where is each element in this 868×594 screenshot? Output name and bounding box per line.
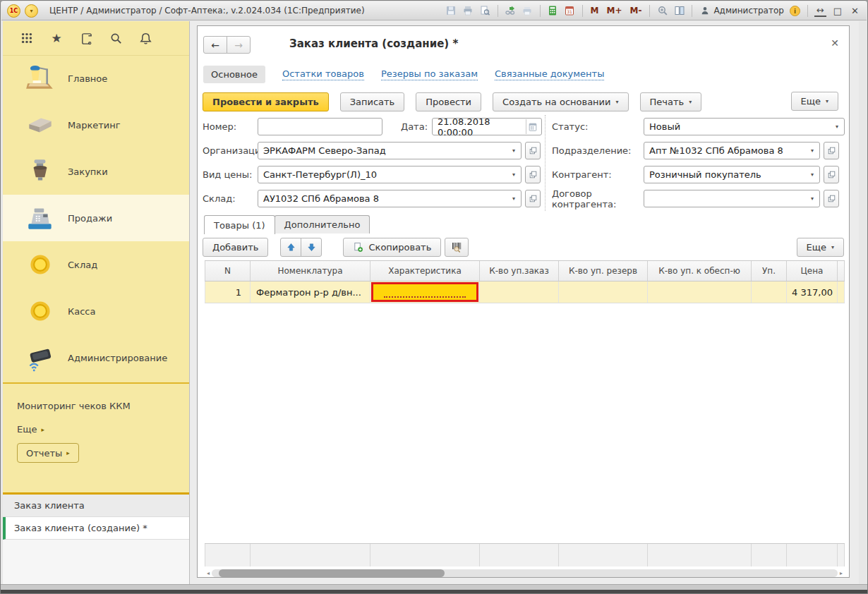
scroll-right-icon[interactable]: ▸ [838, 570, 845, 576]
cell-qty-reserve[interactable] [559, 281, 648, 303]
price-type-select[interactable]: Санкт-Петербург(Л)_10 ▾ [258, 166, 522, 183]
close-window-icon[interactable]: ✕ [849, 6, 861, 16]
column-header-nomenclature[interactable]: Номенклатура [251, 261, 370, 281]
date-input[interactable]: 21.08.2018 0:00:00 [432, 118, 542, 135]
get-link-icon[interactable] [505, 5, 517, 17]
calculator-icon[interactable] [547, 5, 559, 17]
column-header-characteristic[interactable]: Характеристика [370, 261, 480, 281]
calendar-picker-icon[interactable] [526, 119, 540, 134]
sidebar-item-kassa[interactable]: Касса [3, 288, 189, 334]
sidebar-item-zakupki[interactable]: Закупки [3, 148, 189, 195]
dock-resize-icon[interactable]: ↔ [814, 5, 826, 17]
sidebar-item-label: Склад [68, 260, 97, 270]
search-icon[interactable] [109, 31, 123, 45]
cell-qty-supply[interactable] [648, 281, 752, 303]
memory-plus-button[interactable]: M+ [605, 6, 623, 16]
tab-svyazannye-dokumenty[interactable]: Связанные документы [495, 68, 604, 80]
print-document-icon[interactable] [522, 5, 534, 17]
print-button[interactable]: Печать▾ [640, 92, 702, 111]
sidebar-item-administrirovanie[interactable]: Администрирование [3, 334, 189, 381]
more-button-document[interactable]: Еще▾ [791, 92, 838, 111]
post-button[interactable]: Провести [416, 92, 481, 111]
write-button[interactable]: Записать [340, 92, 405, 111]
split-window-icon[interactable] [673, 5, 685, 17]
close-document-icon[interactable]: ✕ [831, 37, 839, 49]
back-button[interactable]: ← [203, 36, 227, 54]
price-type-open-button[interactable] [525, 166, 541, 183]
memory-minus-button[interactable]: M- [628, 6, 643, 16]
barcode-search-button[interactable] [445, 238, 469, 257]
cell-price[interactable]: 4 317,00 [787, 281, 838, 303]
tab-tovary[interactable]: Товары (1) [204, 215, 275, 234]
department-open-button[interactable] [824, 142, 839, 159]
contract-open-button[interactable] [824, 190, 839, 207]
scrollbar-track[interactable] [212, 569, 838, 577]
desk-lamp-icon [24, 62, 56, 95]
1c-logo-icon[interactable]: 1С [7, 4, 20, 18]
tab-osnovnoe[interactable]: Основное [203, 66, 265, 83]
horizontal-scrollbar[interactable]: ◂ ▸ [205, 569, 845, 578]
department-select[interactable]: Апт №1032 СПб Абрамова 8 ▾ [644, 142, 820, 159]
forward-button[interactable]: → [227, 36, 251, 54]
post-and-close-button[interactable]: Провести и закрыть [203, 92, 329, 111]
maximize-icon[interactable]: □ [831, 6, 844, 16]
purchases-icon [24, 155, 56, 188]
sidebar-item-sklad[interactable]: Склад [3, 241, 189, 288]
column-header-qty-reserve[interactable]: К-во уп. резерв [559, 261, 648, 281]
add-row-button[interactable]: Добавить [203, 238, 268, 257]
create-on-basis-button[interactable]: Создать на основании▾ [493, 92, 628, 111]
status-select[interactable]: Новый ▾ [644, 118, 845, 135]
print-icon[interactable] [462, 5, 474, 17]
column-header-price[interactable]: Цена [787, 261, 838, 281]
chevron-down-icon: ▾ [807, 147, 818, 154]
notifications-bell-icon[interactable] [138, 31, 152, 45]
move-up-button[interactable] [280, 238, 301, 257]
column-header-qty-order[interactable]: К-во уп.заказ [480, 261, 559, 281]
menu-grid-icon[interactable] [20, 31, 34, 45]
sidebar-item-prodazhi[interactable]: Продажи [3, 195, 189, 241]
tab-dopolnitelno[interactable]: Дополнительно [275, 215, 370, 234]
tab-rezervy-po-zakazam[interactable]: Резервы по заказам [381, 68, 478, 80]
tab-ostatki-tovarov[interactable]: Остатки товаров [282, 68, 364, 80]
history-icon[interactable] [79, 31, 93, 45]
sidebar-item-glavnoe[interactable]: Главное [3, 55, 189, 102]
cell-characteristic-selected[interactable] [370, 281, 480, 303]
column-header-qty-supply[interactable]: К-во уп. к обесп-ю [648, 261, 752, 281]
cell-n[interactable]: 1 [205, 281, 251, 303]
print-preview-icon[interactable] [479, 5, 491, 17]
zoom-icon[interactable] [656, 5, 668, 17]
sidebar-item-marketing[interactable]: Маркетинг [3, 102, 189, 148]
number-input[interactable] [258, 118, 382, 135]
sidebar-link-monitoring[interactable]: Мониторинг чеков ККМ [17, 401, 131, 411]
save-icon[interactable] [445, 5, 457, 17]
organization-select[interactable]: ЭРКАФАРМ Северо-Запад ▾ [258, 142, 522, 159]
sidebar-more-button[interactable]: Еще ▸ [17, 424, 44, 435]
counterparty-open-button[interactable] [824, 166, 839, 183]
copy-row-button[interactable]: Скопировать [343, 238, 441, 257]
move-down-button[interactable] [301, 238, 322, 257]
memory-button[interactable]: M [589, 6, 601, 16]
scroll-left-icon[interactable]: ◂ [205, 570, 212, 576]
contract-label: Договор контрагента: [552, 188, 644, 210]
column-header-unit[interactable]: Уп. [752, 261, 787, 281]
cell-nomenclature[interactable]: Ферматрон р-р д/вн... [251, 281, 370, 303]
cell-qty-order[interactable] [480, 281, 559, 303]
favorites-star-icon[interactable]: ★ [49, 31, 64, 45]
open-window-item-active[interactable]: Заказ клиента (создание) * [3, 517, 189, 540]
warehouse-select[interactable]: АУ1032 СПб Абрамова 8 ▾ [258, 190, 522, 207]
more-button-items[interactable]: Еще▾ [797, 238, 844, 257]
main-menu-button[interactable]: ▾ [25, 4, 38, 18]
warehouse-open-button[interactable] [525, 190, 541, 207]
calendar-icon[interactable]: 31 [564, 5, 576, 17]
counterparty-select[interactable]: Розничный покупатель ▾ [644, 166, 820, 183]
column-header-n[interactable]: N [205, 261, 251, 281]
organization-open-button[interactable] [525, 142, 541, 159]
table-row[interactable]: 1 Ферматрон р-р д/вн... 4 317,00 [205, 281, 845, 303]
open-window-item[interactable]: Заказ клиента [3, 495, 189, 517]
reports-button[interactable]: Отчеты ▸ [17, 443, 79, 463]
info-icon[interactable]: i [789, 5, 801, 17]
current-user[interactable]: Администратор [699, 5, 784, 17]
contract-select[interactable]: ▾ [644, 190, 820, 207]
cell-unit[interactable] [752, 281, 787, 303]
scrollbar-thumb[interactable] [219, 569, 445, 577]
